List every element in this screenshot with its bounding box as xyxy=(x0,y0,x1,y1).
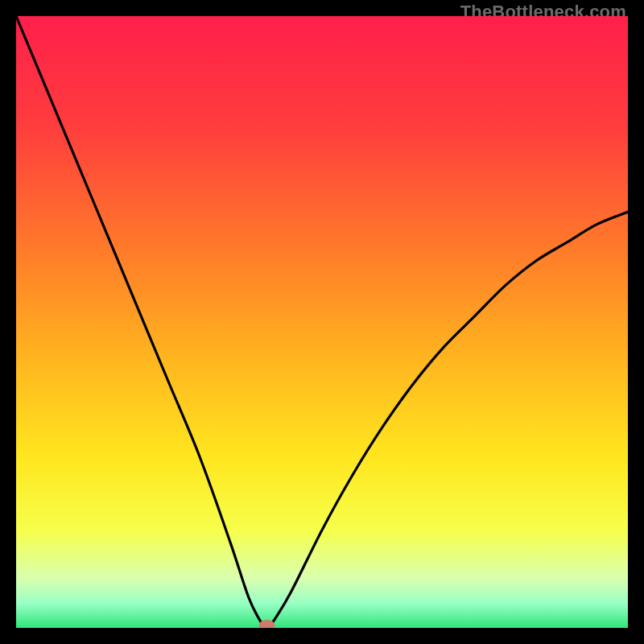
plot-frame xyxy=(16,16,628,628)
chart-container: TheBottleneck.com xyxy=(0,0,644,644)
gradient-background xyxy=(16,16,628,628)
bottleneck-chart xyxy=(16,16,628,628)
